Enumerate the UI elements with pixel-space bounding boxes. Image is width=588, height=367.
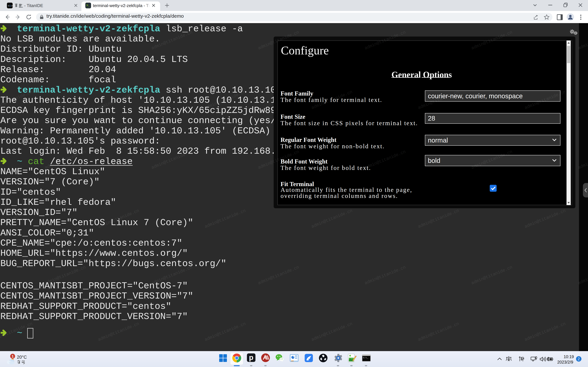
svg-text:C:\_: C:\_ <box>363 357 368 359</box>
